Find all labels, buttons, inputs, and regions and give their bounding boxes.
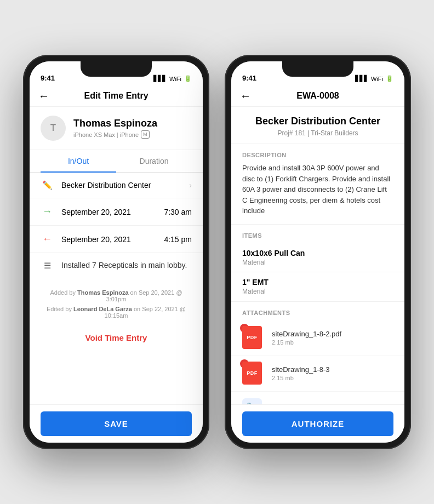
added-by-text: Added by Thomas Espinoza on Sep 20, 2021… xyxy=(41,289,192,302)
attachments-section: ATTACHMENTS × siteDrawing_1-8-2.pdf 2.15… xyxy=(231,302,404,405)
pdf-icon-0: × xyxy=(242,326,264,350)
pencil-icon: ✏️ xyxy=(41,180,54,190)
tabs: In/Out Duration xyxy=(30,150,203,173)
status-time: 9:41 xyxy=(41,74,55,82)
time-out-time: 4:15 pm xyxy=(164,235,192,244)
time-in-date: September 20, 2021 xyxy=(61,208,131,216)
attachment-name-0: siteDrawing_1-8-2.pdf xyxy=(272,330,393,338)
status-time-right: 9:41 xyxy=(242,74,256,82)
time-in-content: September 20, 2021 7:30 am xyxy=(61,208,192,216)
right-screen-content: Becker Distribution Center Proj# 181 | T… xyxy=(231,107,404,404)
device-text: iPhone XS Max | iPhone xyxy=(73,131,139,138)
status-icons-right: ▋▋▋ WiFi 🔋 xyxy=(355,75,393,82)
wifi-icon-right: WiFi xyxy=(371,76,383,82)
pdf-body-0 xyxy=(242,326,262,349)
added-by-name: Thomas Espinoza xyxy=(77,289,129,296)
item-name-1: 1" EMT xyxy=(242,278,393,287)
location-text: Becker Distribution Center xyxy=(61,180,181,190)
add-attachment-row[interactable]: 📎 Add Attachment xyxy=(231,392,404,405)
authorize-button[interactable]: AUTHORIZE xyxy=(242,411,393,436)
pdf-body-1 xyxy=(242,362,262,385)
save-button[interactable]: SAVE xyxy=(41,411,192,436)
add-attachment-icon: 📎 xyxy=(242,398,262,405)
attachment-row[interactable]: × siteDrawing_1-8-2.pdf 2.15 mb xyxy=(231,320,404,356)
user-name: Thomas Espinoza xyxy=(73,118,157,129)
attachment-size-0: 2.15 mb xyxy=(272,339,393,346)
meta-info: Added by Thomas Espinoza on Sep 20, 2021… xyxy=(30,278,203,324)
device-badge: M xyxy=(141,130,150,139)
tab-duration[interactable]: Duration xyxy=(116,150,192,172)
right-phone-screen: 9:41 ▋▋▋ WiFi 🔋 ← EWA-0008 Becker Distri… xyxy=(231,61,404,443)
signal-icon-right: ▋▋▋ xyxy=(355,75,368,82)
arrow-out-icon: ← xyxy=(41,233,54,245)
attachment-size-1: 2.15 mb xyxy=(272,375,393,381)
list-item: 10x10x6 Pull Can Material xyxy=(231,243,404,272)
back-button[interactable]: ← xyxy=(38,90,49,102)
phone-notch-right xyxy=(282,61,353,77)
page-title: Edit Time Entry xyxy=(84,91,148,101)
right-phone: 9:41 ▋▋▋ WiFi 🔋 ← EWA-0008 Becker Distri… xyxy=(225,55,411,449)
project-title-section: Becker Distribution Center Proj# 181 | T… xyxy=(231,107,404,144)
edited-by-name: Leonard DeLa Garza xyxy=(73,306,132,312)
battery-icon: 🔋 xyxy=(184,75,192,82)
app-header: ← Edit Time Entry xyxy=(30,85,203,107)
void-section: Void Time Entry xyxy=(30,324,203,351)
item-type-0: Material xyxy=(242,259,393,266)
description-label: DESCRIPTION xyxy=(231,144,404,163)
note-row[interactable]: ☰ Installed 7 Recepticals in main lobby. xyxy=(30,253,203,278)
wifi-icon: WiFi xyxy=(169,76,181,82)
item-type-1: Material xyxy=(242,288,393,295)
chevron-right-icon: › xyxy=(189,181,192,190)
ewa-header: ← EWA-0008 xyxy=(231,85,404,107)
authorize-bar: AUTHORIZE xyxy=(231,404,404,443)
back-button-right[interactable]: ← xyxy=(240,90,251,102)
list-item: 1" EMT Material xyxy=(231,272,404,301)
phone-notch xyxy=(81,61,152,77)
note-icon: ☰ xyxy=(41,261,54,271)
location-label: Becker Distribution Center xyxy=(61,181,151,190)
ewa-title: EWA-0008 xyxy=(296,91,339,101)
time-in-row[interactable]: → September 20, 2021 7:30 am xyxy=(30,198,203,226)
edited-by-text: Edited by Leonard DeLa Garza on Sep 22, … xyxy=(41,306,192,319)
attachment-info-0: siteDrawing_1-8-2.pdf 2.15 mb xyxy=(272,330,393,346)
user-section: T Thomas Espinoza iPhone XS Max | iPhone… xyxy=(30,107,203,150)
time-out-date: September 20, 2021 xyxy=(61,235,131,244)
arrow-in-icon: → xyxy=(41,206,54,217)
note-text: Installed 7 Recepticals in main lobby. xyxy=(61,261,187,270)
time-out-content: September 20, 2021 4:15 pm xyxy=(61,235,192,244)
status-icons: ▋▋▋ WiFi 🔋 xyxy=(153,75,192,82)
attachment-info-1: siteDrawing_1-8-3 2.15 mb xyxy=(272,365,393,381)
screen-content: T Thomas Espinoza iPhone XS Max | iPhone… xyxy=(30,107,203,404)
attachment-row[interactable]: × siteDrawing_1-8-3 2.15 mb xyxy=(231,356,404,392)
pdf-icon-1: × xyxy=(242,362,264,386)
save-bar: SAVE xyxy=(30,404,203,443)
left-phone: 9:41 ▋▋▋ WiFi 🔋 ← Edit Time Entry T Tho xyxy=(23,55,209,449)
description-text: Provide and install 30A 3P 600V power an… xyxy=(231,163,404,225)
attachment-name-1: siteDrawing_1-8-3 xyxy=(272,365,393,374)
left-phone-screen: 9:41 ▋▋▋ WiFi 🔋 ← Edit Time Entry T Tho xyxy=(30,61,203,443)
tab-inout[interactable]: In/Out xyxy=(41,150,116,172)
project-subtitle: Proj# 181 | Tri-Star Builders xyxy=(242,129,393,137)
avatar: T xyxy=(41,116,66,141)
void-button[interactable]: Void Time Entry xyxy=(85,333,147,342)
project-main-title: Becker Distribution Center xyxy=(242,116,393,127)
signal-icon: ▋▋▋ xyxy=(153,75,167,82)
location-row[interactable]: ✏️ Becker Distribution Center › xyxy=(30,173,203,198)
items-label: ITEMS xyxy=(231,225,404,243)
items-section: ITEMS 10x10x6 Pull Can Material 1" EMT M… xyxy=(231,225,404,302)
time-in-time: 7:30 am xyxy=(164,208,192,216)
user-device: iPhone XS Max | iPhone M xyxy=(73,130,157,139)
item-name-0: 10x10x6 Pull Can xyxy=(242,249,393,257)
attachments-label: ATTACHMENTS xyxy=(231,302,404,320)
time-out-row[interactable]: ← September 20, 2021 4:15 pm xyxy=(30,226,203,253)
user-info: Thomas Espinoza iPhone XS Max | iPhone M xyxy=(73,118,157,139)
battery-icon-right: 🔋 xyxy=(386,75,393,82)
